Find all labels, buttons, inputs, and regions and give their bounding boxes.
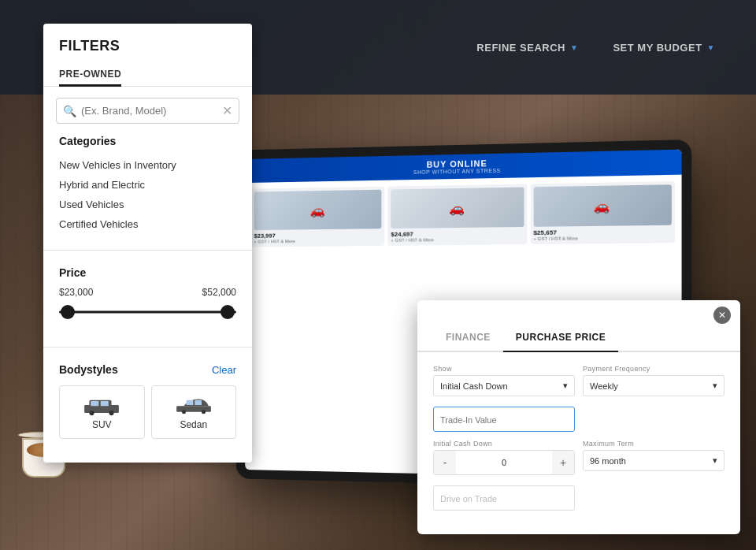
initial-cash-spinner: - 0 + [433, 450, 575, 475]
chevron-down-icon: ▾ [563, 381, 568, 391]
finance-row-2 [433, 404, 724, 432]
tablet-car-card-1: 🚗 $23,997 + GST / HST & More [251, 187, 385, 247]
filters-title: FILTERS [43, 24, 252, 62]
search-icon: 🔍 [63, 105, 76, 117]
close-icon[interactable]: ✕ [222, 103, 232, 118]
initial-cash-down-select[interactable]: Initial Cash Down ▾ [433, 375, 575, 396]
trade-in-input-wrapper[interactable] [433, 407, 575, 432]
tablet-car-sub-2: + GST / HST & More [391, 236, 524, 243]
svg-point-3 [109, 411, 114, 415]
finance-body: Show Initial Cash Down ▾ Payment Frequen… [417, 365, 740, 534]
clear-button[interactable]: Clear [212, 364, 236, 376]
finance-tabs: FINANCE PURCHASE PRICE [417, 324, 740, 352]
initial-cash-field: Initial Cash Down - 0 + [433, 440, 575, 475]
trade-in-field [433, 404, 575, 432]
chevron-down-icon: ▼ [570, 43, 578, 52]
svg-point-7 [182, 410, 186, 414]
categories-section: Categories New Vehicles in Inventory Hyb… [43, 135, 252, 242]
svg-point-2 [90, 411, 94, 415]
drive-on-trade-placeholder: Drive on Trade [440, 494, 497, 504]
slider-track [59, 311, 236, 314]
chevron-down-icon: ▼ [707, 43, 715, 52]
category-hybrid-electric[interactable]: Hybrid and Electric [59, 175, 236, 195]
payment-frequency-field: Payment Frequency Weekly ▾ [583, 365, 724, 396]
categories-title: Categories [59, 135, 236, 147]
set-budget-button[interactable]: SET MY BUDGET ▼ [603, 35, 724, 60]
chevron-down-icon: ▾ [713, 381, 717, 391]
slider-thumb-right[interactable] [220, 305, 235, 319]
finance-row-4: Drive on Trade [433, 483, 724, 511]
price-slider[interactable] [59, 304, 236, 320]
svg-rect-9 [186, 400, 193, 405]
search-box: 🔍 ✕ [56, 98, 239, 124]
bodystyles-title: Bodystyles [59, 363, 118, 376]
increment-button[interactable]: + [552, 451, 574, 474]
bodystyle-sedan[interactable]: Sedan [151, 385, 237, 439]
price-section: Price $23,000 $52,000 [43, 258, 252, 339]
decrement-button[interactable]: - [434, 451, 456, 474]
tab-finance[interactable]: FINANCE [433, 324, 503, 351]
set-budget-label: SET MY BUDGET [613, 42, 702, 54]
svg-rect-4 [91, 401, 99, 406]
category-new-vehicles[interactable]: New Vehicles in Inventory [59, 155, 236, 175]
price-range: $23,000 $52,000 [59, 287, 236, 298]
refine-search-button[interactable]: REFINE SEARCH ▼ [467, 35, 587, 60]
price-min: $23,000 [59, 287, 93, 298]
tab-purchase-price[interactable]: PURCHASE PRICE [503, 324, 618, 352]
suv-label: SUV [92, 419, 112, 430]
sedan-icon [174, 394, 213, 416]
sedan-label: Sedan [180, 419, 207, 430]
refine-search-label: REFINE SEARCH [476, 42, 565, 54]
finance-row-3: Initial Cash Down - 0 + Maximum Term 96 … [433, 440, 724, 475]
svg-point-8 [202, 410, 206, 414]
chevron-down-icon: ▾ [713, 455, 717, 466]
category-certified-vehicles[interactable]: Certified Vehicles [59, 214, 236, 234]
drive-on-trade-wrapper: Drive on Trade [433, 485, 575, 511]
slider-thumb-left[interactable] [61, 305, 75, 319]
payment-frequency-label: Payment Frequency [583, 365, 724, 373]
svg-rect-6 [176, 406, 211, 412]
filters-panel: FILTERS PRE-OWNED 🔍 ✕ Categories New Veh… [43, 24, 252, 463]
finance-modal: ✕ FINANCE PURCHASE PRICE Show Initial Ca… [417, 300, 740, 534]
tablet-car-card-2: 🚗 $24,697 + GST / HST & More [388, 184, 528, 245]
svg-rect-10 [195, 400, 202, 405]
bodystyles-header: Bodystyles Clear [59, 363, 236, 376]
blank-field [583, 404, 724, 432]
show-label: Show [433, 365, 575, 373]
show-field: Show Initial Cash Down ▾ [433, 365, 575, 396]
category-used-vehicles[interactable]: Used Vehicles [59, 195, 236, 214]
bodystyle-suv[interactable]: SUV [59, 385, 145, 439]
drive-on-trade-field: Drive on Trade [433, 483, 575, 511]
divider-1 [43, 250, 252, 251]
tablet-car-sub-3: + GST / HST & More [533, 235, 672, 241]
max-term-label: Maximum Term [583, 440, 724, 448]
max-term-select[interactable]: 96 month ▾ [583, 450, 724, 471]
modal-header: ✕ [417, 300, 740, 324]
bodystyle-grid: SUV Sedan [59, 385, 236, 439]
tab-preowned[interactable]: PRE-OWNED [59, 62, 121, 86]
svg-rect-5 [101, 401, 109, 406]
close-modal-button[interactable]: ✕ [713, 307, 731, 324]
trade-in-input[interactable] [440, 415, 568, 425]
max-term-field: Maximum Term 96 month ▾ [583, 440, 724, 475]
payment-frequency-select[interactable]: Weekly ▾ [583, 375, 724, 396]
bodystyles-section: Bodystyles Clear SUV [43, 355, 252, 447]
price-title: Price [59, 266, 236, 279]
tablet-car-sub-1: + GST / HST & More [254, 238, 381, 244]
initial-cash-label: Initial Cash Down [433, 440, 575, 448]
filters-tabs: PRE-OWNED [43, 62, 252, 87]
suv-icon [82, 394, 121, 416]
divider-2 [43, 347, 252, 347]
search-input[interactable] [81, 105, 222, 117]
price-max: $52,000 [202, 287, 236, 298]
initial-cash-value: 0 [456, 458, 552, 467]
tablet-car-card-3: 🚗 $25,657 + GST / HST & More [530, 181, 675, 244]
finance-row-1: Show Initial Cash Down ▾ Payment Frequen… [433, 365, 724, 396]
